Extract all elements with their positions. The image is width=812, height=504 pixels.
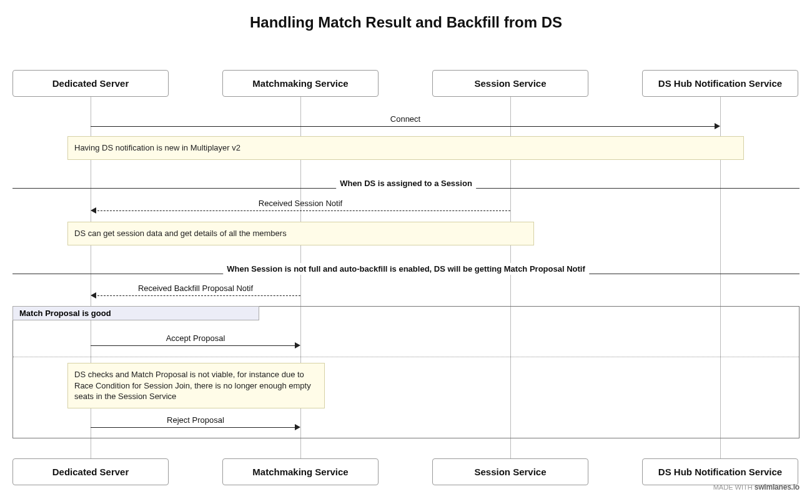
divider-notfull-label: When Session is not full and auto-backfi… (223, 263, 589, 275)
note-session-data: DS can get session data and get details … (67, 222, 534, 245)
msg-session-notif-line (94, 210, 510, 211)
msg-backfill-notif-line (94, 295, 300, 296)
lane-header-hub: DS Hub Notification Service (642, 70, 798, 97)
msg-accept-label: Accept Proposal (166, 334, 225, 343)
lane-footer-mm: Matchmaking Service (222, 458, 379, 485)
msg-session-notif-arrow (91, 207, 96, 214)
msg-accept-arrow (295, 342, 300, 348)
lane-header-mm: Matchmaking Service (222, 70, 379, 97)
lane-footer-sess: Session Service (432, 458, 588, 485)
msg-backfill-notif-arrow (91, 292, 96, 299)
msg-backfill-notif-label: Received Backfill Proposal Notif (138, 284, 253, 293)
watermark-brand: swimlanes.io (755, 483, 800, 492)
msg-connect-label: Connect (390, 114, 420, 124)
diagram-canvas: Dedicated Server Matchmaking Service Ses… (12, 31, 800, 504)
lane-header-ds: Dedicated Server (12, 70, 169, 97)
msg-connect-line (91, 126, 716, 127)
note-ds-notif-new: Having DS notification is new in Multipl… (67, 136, 744, 160)
alt-label-text: Match Proposal is good (19, 309, 111, 318)
note-reject-reason: DS checks and Match Proposal is not viab… (67, 363, 325, 408)
msg-reject-label: Reject Proposal (167, 415, 224, 425)
alt-label: Match Proposal is good (12, 306, 259, 320)
diagram-title: Handling Match Result and Backfill from … (0, 0, 812, 31)
divider-assigned-label: When DS is assigned to a Session (336, 177, 476, 189)
msg-reject-line (91, 427, 297, 428)
lane-footer-ds: Dedicated Server (12, 458, 169, 485)
msg-accept-line (91, 345, 297, 346)
alt-divider (13, 357, 799, 357)
watermark-prefix: MADE WITH (713, 483, 753, 491)
watermark: MADE WITH swimlanes.io (713, 483, 800, 492)
lane-footer-hub: DS Hub Notification Service (642, 458, 798, 485)
msg-connect-arrow (715, 123, 720, 129)
msg-reject-arrow (295, 424, 300, 430)
msg-session-notif-label: Received Session Notif (259, 199, 342, 208)
lane-header-sess: Session Service (432, 70, 588, 97)
